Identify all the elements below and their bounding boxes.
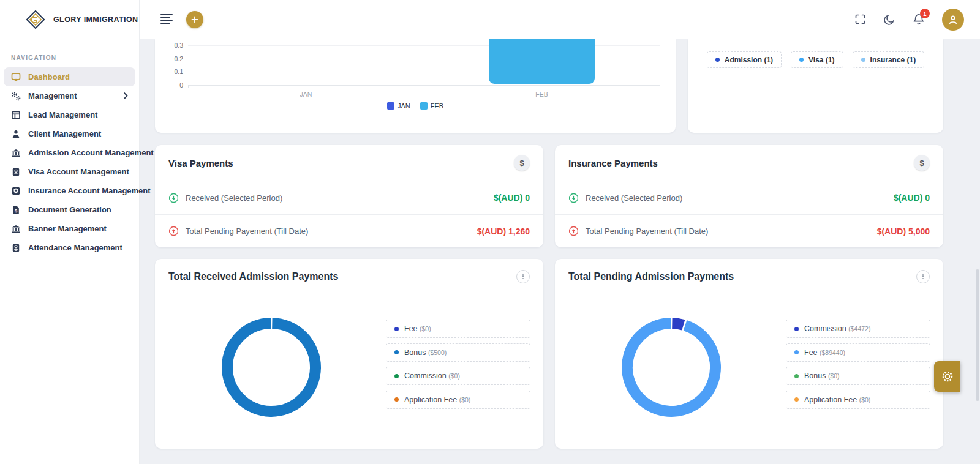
- legend-amount: ($4472): [848, 325, 870, 332]
- card-title: Insurance Payments: [568, 158, 658, 168]
- pending-admission-payments-card: Total Pending Admission Payments Commiss…: [555, 259, 943, 449]
- legend-item-fee[interactable]: Fee ($89440): [786, 343, 930, 362]
- user-icon: [11, 129, 21, 139]
- payment-row-label: Total Pending Payement (Till Date): [186, 226, 308, 236]
- brand-logo[interactable]: GLORY IMMIGRATION: [0, 0, 139, 39]
- menu-icon[interactable]: [160, 14, 173, 24]
- y-axis-tick-label: 0.1: [155, 68, 183, 75]
- payment-row-total-pending-payement-till-date-: Total Pending Payement (Till Date)$(AUD)…: [555, 214, 943, 247]
- more-options-icon[interactable]: [516, 270, 530, 283]
- legend-amount: ($500): [428, 349, 447, 356]
- legend-dot: [394, 327, 399, 331]
- legend-item-commission[interactable]: Commission ($0): [386, 367, 530, 385]
- shield-icon: [11, 186, 21, 196]
- bank-icon: [11, 224, 21, 234]
- arrow-down-circle-icon: [168, 193, 179, 203]
- chip-admission[interactable]: Admission (1): [707, 51, 782, 68]
- legend-item-application-fee[interactable]: Application Fee ($0): [386, 391, 530, 409]
- legend-item-bonus[interactable]: Bonus ($500): [386, 343, 530, 362]
- sidebar-nav: DashboardManagementLead ManagementClient…: [0, 67, 139, 257]
- legend-dot: [794, 397, 799, 402]
- chip-label: Visa (1): [809, 56, 834, 64]
- legend-label: Application Fee ($0): [804, 395, 870, 404]
- dashboard-screen-icon: [11, 72, 21, 82]
- bar-feb[interactable]: [489, 39, 595, 84]
- legend-item-fee[interactable]: Fee ($0): [386, 320, 530, 338]
- sidebar-item-label: Insurance Account Management: [28, 186, 151, 195]
- sidebar-item-dashboard[interactable]: Dashboard: [4, 67, 135, 86]
- sidebar-item-insurance-account-management[interactable]: Insurance Account Management: [4, 181, 135, 200]
- layout-table-icon: [11, 110, 21, 120]
- nav-section-label: NAVIGATION: [11, 54, 139, 61]
- sidebar-item-lead-management[interactable]: Lead Management: [4, 105, 135, 124]
- payment-row-received-selected-period-: Received (Selected Period)$(AUD) 0: [555, 181, 943, 214]
- more-options-icon[interactable]: [916, 270, 930, 283]
- dollar-badge-icon[interactable]: $: [914, 155, 930, 171]
- legend-amount: ($0): [448, 372, 460, 380]
- legend-amount: ($0): [828, 372, 840, 380]
- y-axis-tick-label: 0.3: [155, 42, 183, 49]
- sidebar-item-attendance-management[interactable]: Attendance Management: [4, 238, 135, 257]
- top-bar: 1: [140, 0, 980, 39]
- sidebar-item-label: Admission Account Management: [28, 148, 154, 157]
- legend-amount: ($89440): [820, 349, 845, 356]
- legend-item-commission[interactable]: Commission ($4472): [786, 320, 930, 338]
- notifications-icon[interactable]: 1: [913, 13, 925, 26]
- legend-amount: ($0): [859, 396, 871, 403]
- legend-dot: [394, 350, 399, 354]
- legend-swatch: [420, 102, 428, 110]
- sidebar-item-label: Dashboard: [28, 72, 70, 81]
- sidebar-item-document-generation[interactable]: $Document Generation: [4, 200, 135, 219]
- legend-label: FEB: [431, 102, 443, 110]
- arrow-down-circle-icon: [568, 193, 579, 203]
- arrow-up-circle-icon: [568, 226, 579, 236]
- avatar[interactable]: [942, 9, 964, 31]
- notification-badge: 1: [920, 9, 930, 18]
- bank-icon: [11, 148, 21, 158]
- y-axis-tick-label: 0: [155, 81, 183, 89]
- sidebar-item-management[interactable]: Management: [4, 86, 135, 105]
- brand-name: GLORY IMMIGRATION: [53, 15, 138, 24]
- donut-slice-fee[interactable]: [616, 312, 726, 422]
- accounts-summary-card: Admission (1)Visa (1)Insurance (1): [688, 39, 943, 133]
- sidebar-item-label: Visa Account Management: [28, 167, 129, 176]
- chip-label: Insurance (1): [870, 56, 916, 64]
- sidebar-item-admission-account-management[interactable]: Admission Account Management: [4, 143, 135, 162]
- payment-row-label: Total Pending Payement (Till Date): [586, 226, 708, 236]
- x-axis-label: FEB: [524, 91, 560, 98]
- donut-slice-bonus[interactable]: [227, 323, 317, 413]
- chip-label: Admission (1): [725, 56, 773, 64]
- id-book-icon: [11, 243, 21, 253]
- legend-item-bonus[interactable]: Bonus ($0): [786, 367, 930, 385]
- chart-legend: JANFEB: [155, 102, 676, 110]
- legend-dot: [394, 374, 399, 378]
- monthly-bar-chart-card: 00.10.20.3JANFEBJANFEB: [155, 39, 676, 133]
- sidebar-item-label: Client Management: [28, 129, 101, 138]
- gears-icon: [11, 91, 21, 101]
- add-button[interactable]: [186, 11, 203, 28]
- fullscreen-icon[interactable]: [854, 13, 866, 25]
- document-dollar-icon: $: [11, 205, 21, 215]
- sidebar-item-visa-account-management[interactable]: Visa Account Management: [4, 162, 135, 181]
- sidebar-item-banner-management[interactable]: Banner Management: [4, 219, 135, 238]
- legend-item-application-fee[interactable]: Application Fee ($0): [786, 391, 930, 409]
- legend-label: Application Fee ($0): [404, 395, 470, 404]
- settings-gear-button[interactable]: [934, 361, 960, 392]
- dollar-badge-icon[interactable]: $: [514, 155, 530, 171]
- dark-mode-icon[interactable]: [883, 13, 895, 26]
- payment-row-value: $(AUD) 1,260: [477, 226, 530, 236]
- legend-dot: [394, 397, 399, 402]
- sidebar-item-client-management[interactable]: Client Management: [4, 124, 135, 143]
- chip-visa[interactable]: Visa (1): [791, 51, 843, 68]
- chip-insurance[interactable]: Insurance (1): [853, 51, 925, 68]
- legend-label: Bonus ($500): [404, 348, 447, 357]
- legend-item-jan[interactable]: JAN: [387, 102, 410, 110]
- payment-row-value: $(AUD) 5,000: [877, 226, 930, 236]
- payment-row-label: Received (Selected Period): [586, 193, 682, 203]
- legend-label: JAN: [398, 102, 410, 110]
- y-axis-tick-label: 0.2: [155, 55, 183, 62]
- card-title: Total Pending Admission Payments: [568, 271, 734, 282]
- vertical-scrollbar[interactable]: [976, 269, 979, 401]
- legend-dot: [794, 350, 799, 354]
- legend-item-feb[interactable]: FEB: [420, 102, 443, 110]
